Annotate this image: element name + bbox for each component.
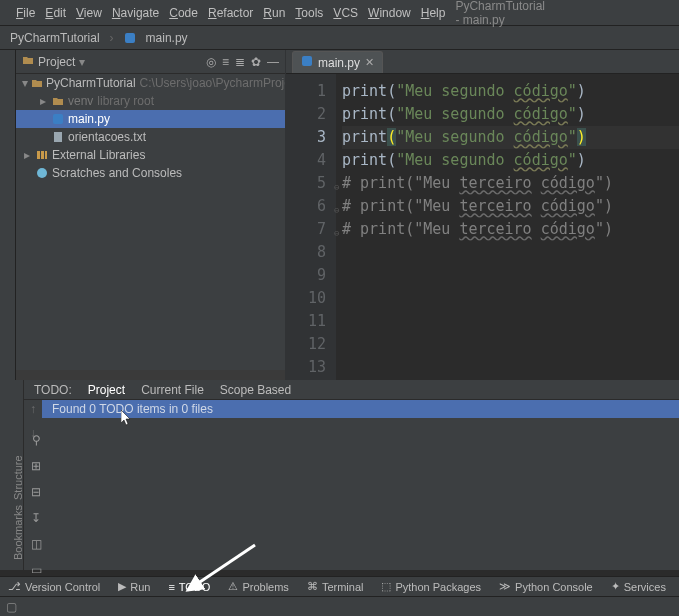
menu-view[interactable]: View	[76, 6, 102, 20]
close-icon[interactable]: ✕	[365, 56, 374, 69]
locate-icon[interactable]: ◎	[206, 55, 216, 69]
menu-help[interactable]: Help	[421, 6, 446, 20]
line-number[interactable]: 1	[286, 80, 326, 103]
autoscroll-icon[interactable]: ↧	[28, 510, 44, 526]
chevron-down-icon[interactable]: ▾	[79, 55, 85, 69]
menu-refactor[interactable]: Refactor	[208, 6, 253, 20]
code-line[interactable]	[342, 287, 679, 310]
expand-all-icon[interactable]: ≡	[222, 55, 229, 69]
gutter[interactable]: 12345678910111213	[286, 74, 336, 380]
code-line[interactable]: ⊖# print("Meu terceiro código")	[342, 218, 679, 241]
tree-twistie[interactable]: ▾	[22, 76, 28, 90]
tree-row[interactable]: main.py	[16, 110, 285, 128]
project-scrollbar[interactable]	[16, 370, 285, 380]
bottom-todo[interactable]: ≡TODO	[168, 581, 210, 593]
line-number[interactable]: 12	[286, 333, 326, 356]
editor-body[interactable]: 12345678910111213 print("Meu segundo cód…	[286, 74, 679, 380]
line-number[interactable]: 9	[286, 264, 326, 287]
line-number[interactable]: 2	[286, 103, 326, 126]
code-line[interactable]	[342, 264, 679, 287]
code-line[interactable]: print("Meu segundo código")	[342, 126, 679, 149]
collapse-all-icon[interactable]: ≣	[235, 55, 245, 69]
tree-row[interactable]: Scratches and Consoles	[16, 164, 285, 182]
project-tree[interactable]: ▾PyCharmTutorial C:\Users\joao\PycharmPr…	[16, 74, 285, 370]
code-line[interactable]	[342, 241, 679, 264]
code-line[interactable]: print("Meu segundo código")	[342, 149, 679, 172]
menu-edit[interactable]: Edit	[45, 6, 66, 20]
project-tool-header: Project ▾ ◎ ≡ ≣ ✿ —	[16, 50, 285, 74]
expand-icon[interactable]: ⊞	[28, 458, 44, 474]
todo-tab-scope-based[interactable]: Scope Based	[220, 383, 291, 397]
folder-icon	[51, 94, 65, 108]
menu-navigate[interactable]: Navigate	[112, 6, 159, 20]
breadcrumb: PyCharmTutorial › main.py	[0, 26, 679, 50]
line-number[interactable]: 7	[286, 218, 326, 241]
group-icon[interactable]: ◫	[28, 536, 44, 552]
arrow-up-icon[interactable]: ↑	[30, 402, 36, 416]
todo-message[interactable]: Found 0 TODO items in 0 files	[42, 400, 679, 418]
left-tool-labels: Bookmarks	[12, 505, 24, 560]
code-line[interactable]: ⊖# print("Meu terceiro código")	[342, 172, 679, 195]
gear-icon[interactable]: ✿	[251, 55, 261, 69]
breadcrumb-file[interactable]: main.py	[146, 31, 188, 45]
tree-row[interactable]: ▸External Libraries	[16, 146, 285, 164]
line-number[interactable]: 8	[286, 241, 326, 264]
line-number[interactable]: 10	[286, 287, 326, 310]
tree-twistie[interactable]: ▸	[22, 148, 32, 162]
menu-window[interactable]: Window	[368, 6, 411, 20]
bottom-run[interactable]: ▶Run	[118, 580, 150, 593]
menu-code[interactable]: Code	[169, 6, 198, 20]
todo-tab-project[interactable]: Project	[88, 383, 125, 397]
bottom-version-control[interactable]: ⎇Version Control	[8, 580, 100, 593]
menu-file[interactable]: File	[16, 6, 35, 20]
code-line[interactable]	[342, 333, 679, 356]
tree-row[interactable]: orientacoes.txt	[16, 128, 285, 146]
python-icon	[51, 112, 65, 126]
tree-row[interactable]: ▾PyCharmTutorial C:\Users\joao\PycharmPr…	[16, 74, 285, 92]
pyconsole-icon: ≫	[499, 580, 511, 593]
code-line[interactable]	[342, 356, 679, 379]
hide-icon[interactable]: —	[267, 55, 279, 69]
services-icon: ✦	[611, 580, 620, 593]
left-tool-labels-2: Structure	[12, 455, 24, 500]
code-line[interactable]: print("Meu segundo código")	[342, 103, 679, 126]
line-number[interactable]: 11	[286, 310, 326, 333]
line-number[interactable]: 5	[286, 172, 326, 195]
tree-row[interactable]: ▸venv library root	[16, 92, 285, 110]
bottom-problems[interactable]: ⚠Problems	[228, 580, 288, 593]
editor-tab-main[interactable]: main.py ✕	[292, 51, 383, 73]
tree-label: main.py	[68, 112, 110, 126]
terminal-icon: ⌘	[307, 580, 318, 593]
line-number[interactable]: 4	[286, 149, 326, 172]
collapse-icon[interactable]: ⊟	[28, 484, 44, 500]
bottom-python-console[interactable]: ≫Python Console	[499, 580, 593, 593]
filter-icon[interactable]: ⚲	[28, 432, 44, 448]
bottom-item-label: TODO	[179, 581, 211, 593]
bottom-terminal[interactable]: ⌘Terminal	[307, 580, 364, 593]
menu-run[interactable]: Run	[263, 6, 285, 20]
folder-icon	[31, 76, 43, 90]
code-line[interactable]: print("Meu segundo código")	[342, 80, 679, 103]
svg-rect-1	[53, 114, 63, 124]
line-number[interactable]: 3	[286, 126, 326, 149]
project-tool-window: Project ▾ ◎ ≡ ≣ ✿ — ▾PyCharmTutorial C:\…	[16, 50, 286, 380]
tool-windows-icon[interactable]: ▢	[6, 600, 17, 614]
lib-icon	[35, 148, 49, 162]
todo-tab-current-file[interactable]: Current File	[141, 383, 204, 397]
tree-twistie[interactable]: ▸	[38, 94, 48, 108]
menu-tools[interactable]: Tools	[295, 6, 323, 20]
code-line[interactable]	[342, 310, 679, 333]
line-number[interactable]: 6	[286, 195, 326, 218]
menu-vcs[interactable]: VCS	[333, 6, 358, 20]
code-line[interactable]: ⊖# print("Meu terceiro código")	[342, 195, 679, 218]
breadcrumb-project[interactable]: PyCharmTutorial	[10, 31, 100, 45]
svg-rect-0	[125, 33, 135, 43]
structure-label[interactable]: Structure	[12, 455, 24, 500]
play-icon: ▶	[118, 580, 126, 593]
bottom-python-packages[interactable]: ⬚Python Packages	[381, 580, 481, 593]
line-number[interactable]: 13	[286, 356, 326, 379]
code-area[interactable]: print("Meu segundo código")print("Meu se…	[336, 74, 679, 380]
project-tool-label[interactable]: Project	[38, 55, 75, 69]
bottom-services[interactable]: ✦Services	[611, 580, 666, 593]
bookmarks-label[interactable]: Bookmarks	[12, 505, 24, 560]
